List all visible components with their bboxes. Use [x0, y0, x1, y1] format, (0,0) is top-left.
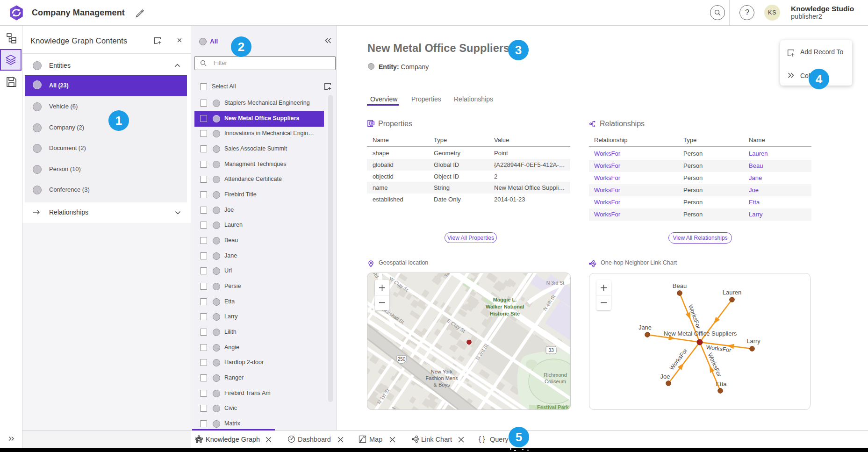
svg-text:Maggie L.: Maggie L. [493, 297, 517, 302]
svg-text:New York: New York [431, 369, 453, 374]
svg-text:Historic Site: Historic Site [490, 311, 520, 316]
svg-text:New Metal Office Suppliers: New Metal Office Suppliers [664, 330, 737, 337]
svg-text:Fashion Mens: Fashion Mens [425, 375, 458, 381]
svg-text:Coliseum: Coliseum [545, 379, 566, 384]
svg-text:Jane: Jane [638, 324, 652, 331]
svg-text:Walker National: Walker National [486, 304, 524, 309]
svg-text:Larry: Larry [746, 337, 760, 344]
svg-text:250: 250 [398, 357, 406, 362]
svg-text:33: 33 [548, 347, 554, 353]
svg-text:Festival Park: Festival Park [537, 404, 569, 410]
svg-text:Lauren: Lauren [723, 289, 741, 296]
svg-text:Richmond: Richmond [544, 372, 567, 378]
svg-text:Beau: Beau [673, 282, 687, 289]
svg-text:Etta: Etta [716, 380, 727, 387]
svg-text:N 3rd St: N 3rd St [546, 280, 565, 286]
svg-text:& Boys: & Boys [434, 382, 450, 387]
svg-text:Joe: Joe [660, 373, 670, 380]
